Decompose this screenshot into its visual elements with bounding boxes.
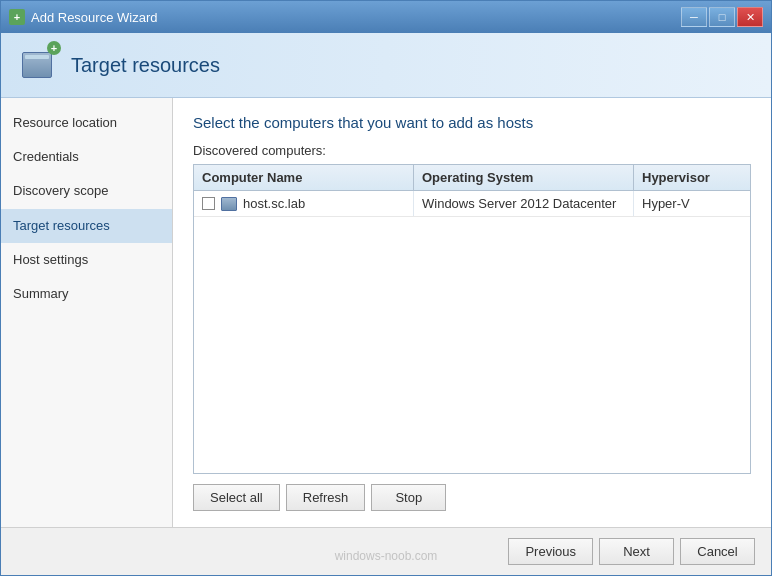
sidebar-item-host-settings[interactable]: Host settings [1,243,172,277]
header-icon: + [17,45,57,85]
sidebar-item-credentials[interactable]: Credentials [1,140,172,174]
col-header-operating-system: Operating System [414,165,634,190]
title-bar: + Add Resource Wizard ─ □ ✕ [1,1,771,33]
cell-hypervisor: Hyper-V [634,191,750,216]
content-title: Select the computers that you want to ad… [193,114,751,131]
app-icon: + [9,9,25,25]
sidebar-item-summary[interactable]: Summary [1,277,172,311]
header-title: Target resources [71,54,220,77]
next-button[interactable]: Next [599,538,674,565]
close-button[interactable]: ✕ [737,7,763,27]
table-header: Computer Name Operating System Hyperviso… [194,165,750,191]
table-row[interactable]: host.sc.lab Windows Server 2012 Datacent… [194,191,750,217]
title-bar-controls: ─ □ ✕ [681,7,763,27]
cancel-button[interactable]: Cancel [680,538,755,565]
sidebar: Resource location Credentials Discovery … [1,98,173,527]
select-all-button[interactable]: Select all [193,484,280,511]
cell-computer-name: host.sc.lab [194,191,414,216]
refresh-button[interactable]: Refresh [286,484,366,511]
sidebar-item-discovery-scope[interactable]: Discovery scope [1,174,172,208]
cell-operating-system: Windows Server 2012 Datacenter [414,191,634,216]
table-body: host.sc.lab Windows Server 2012 Datacent… [194,191,750,473]
previous-button[interactable]: Previous [508,538,593,565]
watermark: windows-noob.com [335,549,438,563]
row-checkbox[interactable] [202,197,215,210]
sidebar-item-resource-location[interactable]: Resource location [1,106,172,140]
minimize-button[interactable]: ─ [681,7,707,27]
stop-button[interactable]: Stop [371,484,446,511]
content-area: Select the computers that you want to ad… [173,98,771,527]
maximize-button[interactable]: □ [709,7,735,27]
col-header-computer-name: Computer Name [194,165,414,190]
col-header-hypervisor: Hypervisor [634,165,750,190]
wizard-window: + Add Resource Wizard ─ □ ✕ + Target res… [0,0,772,576]
discovered-label: Discovered computers: [193,143,751,158]
window-title: Add Resource Wizard [31,10,157,25]
main-content: Resource location Credentials Discovery … [1,98,771,527]
computers-table: Computer Name Operating System Hyperviso… [193,164,751,474]
server-icon [22,52,52,78]
computer-name-value: host.sc.lab [243,196,305,211]
title-bar-left: + Add Resource Wizard [9,9,157,25]
header-section: + Target resources [1,33,771,98]
table-button-row: Select all Refresh Stop [193,484,751,511]
footer: windows-noob.com Previous Next Cancel [1,527,771,575]
server-row-icon [221,197,237,211]
add-icon: + [47,41,61,55]
sidebar-item-target-resources[interactable]: Target resources [1,209,172,243]
